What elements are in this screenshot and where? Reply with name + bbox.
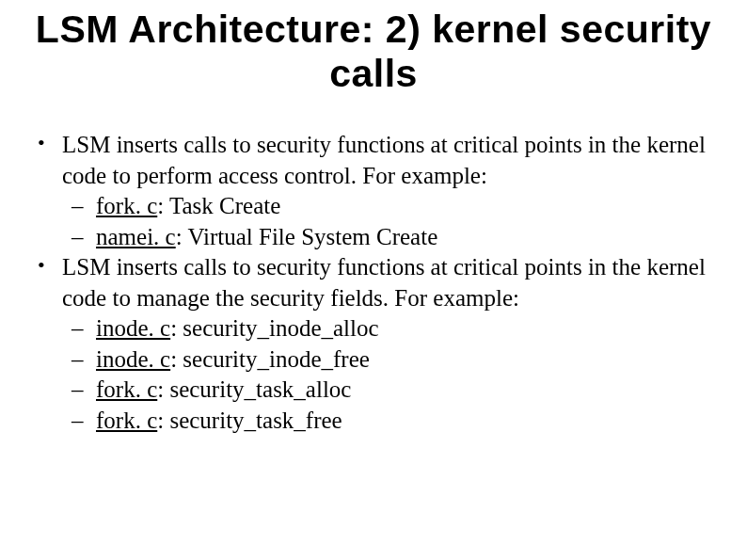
bullet-list: LSM inserts calls to security functions … (38, 130, 721, 436)
colon: : (170, 346, 183, 372)
bullet-text: LSM inserts calls to security functions … (62, 132, 706, 188)
colon: : (176, 224, 188, 249)
file-name: fork. c (96, 376, 157, 402)
sub-desc: security_task_alloc (169, 376, 351, 402)
slide-content: LSM inserts calls to security functions … (26, 130, 721, 436)
sub-list: inode. c: security_inode_alloc inode. c:… (62, 313, 721, 436)
bullet-text: LSM inserts calls to security functions … (62, 254, 706, 311)
sub-list: fork. c: Task Create namei. c: Virtual F… (62, 191, 721, 252)
file-name: inode. c (96, 346, 170, 372)
colon: : (157, 408, 169, 433)
sub-item: inode. c: security_inode_free (62, 344, 721, 376)
slide-title: LSM Architecture: 2) kernel security cal… (26, 8, 721, 96)
file-name: fork. c (96, 193, 157, 218)
sub-desc: security_task_free (169, 408, 342, 433)
sub-item: fork. c: security_task_free (62, 406, 721, 437)
colon: : (170, 315, 183, 341)
list-item: LSM inserts calls to security functions … (38, 252, 721, 436)
file-name: namei. c (96, 224, 176, 249)
sub-item: inode. c: security_inode_alloc (62, 313, 721, 344)
sub-item: fork. c: Task Create (62, 191, 721, 222)
sub-desc: security_inode_alloc (183, 315, 378, 341)
file-name: fork. c (96, 408, 157, 433)
sub-desc: Task Create (169, 193, 280, 218)
colon: : (157, 376, 169, 402)
sub-item: namei. c: Virtual File System Create (62, 222, 721, 253)
list-item: LSM inserts calls to security functions … (38, 130, 721, 252)
file-name: inode. c (96, 315, 170, 341)
sub-item: fork. c: security_task_alloc (62, 375, 721, 406)
sub-desc: security_inode_free (183, 346, 370, 372)
sub-desc: Virtual File System Create (187, 224, 437, 249)
colon: : (157, 193, 169, 218)
